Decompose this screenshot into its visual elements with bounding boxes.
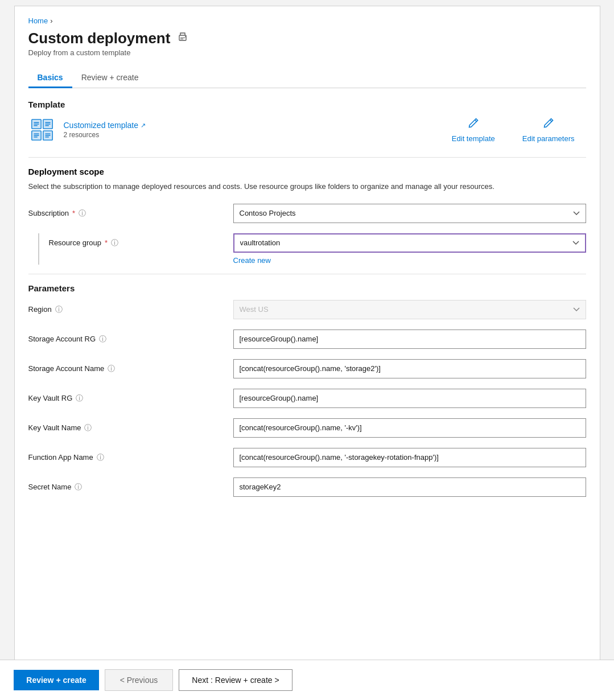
svg-rect-1 (180, 38, 185, 38)
region-row: Region ⓘ West US (28, 300, 586, 319)
create-new-link[interactable]: Create new (233, 256, 586, 265)
region-control: West US (233, 300, 586, 319)
secret-name-row: Secret Name ⓘ (28, 477, 586, 497)
region-info-icon[interactable]: ⓘ (55, 304, 63, 315)
key-vault-rg-control (233, 389, 586, 408)
storage-account-name-info-icon[interactable]: ⓘ (108, 364, 115, 374)
template-section: Customized template ↗ 2 resources Edit t… (28, 116, 586, 143)
storage-account-rg-input[interactable] (233, 330, 586, 349)
subscription-row: Subscription * ⓘ Contoso Projects (28, 204, 586, 223)
storage-account-rg-info-icon[interactable]: ⓘ (99, 334, 106, 344)
svg-point-3 (185, 36, 186, 38)
page-title-text: Custom deployment (28, 30, 171, 47)
subscription-label: Subscription * ⓘ (28, 204, 233, 219)
key-vault-name-info-icon[interactable]: ⓘ (84, 423, 92, 433)
resource-group-select[interactable]: vaultrotation (233, 233, 586, 253)
key-vault-rg-label: Key Vault RG ⓘ (28, 389, 233, 403)
edit-parameters-button[interactable]: Edit parameters (522, 117, 575, 143)
external-link-icon: ↗ (141, 122, 146, 129)
key-vault-name-row: Key Vault Name ⓘ (28, 418, 586, 438)
footer-bar: Review + create < Previous Next : Review… (0, 660, 614, 694)
resource-group-required: * (105, 238, 108, 247)
template-actions: Edit template Edit parameters (452, 117, 586, 143)
key-vault-rg-info-icon[interactable]: ⓘ (76, 393, 83, 403)
resource-group-label: Resource group * ⓘ (49, 233, 233, 248)
storage-account-name-input[interactable] (233, 359, 586, 378)
key-vault-name-input[interactable] (233, 418, 586, 438)
storage-account-name-control (233, 359, 586, 378)
page-subtitle: Deploy from a custom template (28, 48, 586, 57)
region-select[interactable]: West US (233, 300, 586, 319)
template-resources-label: 2 resources (64, 131, 146, 139)
storage-account-rg-label: Storage Account RG ⓘ (28, 330, 233, 344)
main-container: Home › Custom deployment Deploy from a c… (14, 6, 600, 689)
customized-template-link[interactable]: Customized template ↗ (64, 121, 146, 130)
resource-group-row: Resource group * ⓘ vaultrotation Create … (28, 233, 586, 265)
secret-name-control (233, 477, 586, 497)
secret-name-input[interactable] (233, 477, 586, 497)
edit-parameters-icon (542, 117, 555, 132)
resource-group-control: vaultrotation Create new (233, 233, 586, 265)
function-app-name-label: Function App Name ⓘ (28, 448, 233, 463)
edit-template-button[interactable]: Edit template (452, 117, 495, 143)
subscription-required: * (72, 209, 75, 217)
deployment-scope-title: Deployment scope (28, 167, 586, 176)
print-icon[interactable] (177, 31, 188, 46)
review-create-button[interactable]: Review + create (14, 670, 99, 690)
template-info: Customized template ↗ 2 resources (64, 121, 146, 139)
subscription-control: Contoso Projects (233, 204, 586, 223)
function-app-name-row: Function App Name ⓘ (28, 448, 586, 467)
edit-template-icon (467, 117, 480, 132)
tab-review-create[interactable]: Review + create (72, 68, 148, 88)
divider-2 (28, 274, 586, 274)
breadcrumb-home[interactable]: Home (28, 17, 48, 25)
template-icon (28, 116, 56, 143)
storage-account-name-label: Storage Account Name ⓘ (28, 359, 233, 374)
function-app-name-input[interactable] (233, 448, 586, 467)
secret-name-info-icon[interactable]: ⓘ (75, 482, 82, 492)
deployment-scope-desc: Select the subscription to manage deploy… (28, 181, 586, 192)
storage-account-rg-row: Storage Account RG ⓘ (28, 330, 586, 349)
template-section-label: Template (28, 100, 586, 109)
storage-account-rg-control (233, 330, 586, 349)
resource-group-info-icon[interactable]: ⓘ (111, 238, 118, 248)
previous-button: < Previous (105, 669, 173, 691)
subscription-info-icon[interactable]: ⓘ (79, 208, 86, 219)
parameters-section: Parameters Region ⓘ West US Storage Acco… (28, 283, 586, 497)
next-button[interactable]: Next : Review + create > (179, 669, 292, 691)
indent-line (28, 233, 49, 265)
key-vault-rg-row: Key Vault RG ⓘ (28, 389, 586, 408)
tabs-bar: Basics Review + create (28, 68, 586, 88)
breadcrumb: Home › (28, 17, 586, 25)
secret-name-label: Secret Name ⓘ (28, 477, 233, 492)
key-vault-rg-input[interactable] (233, 389, 586, 408)
storage-account-name-row: Storage Account Name ⓘ (28, 359, 586, 378)
parameters-title: Parameters (28, 283, 586, 293)
edit-parameters-label: Edit parameters (522, 134, 575, 143)
region-label: Region ⓘ (28, 300, 233, 315)
divider-1 (28, 157, 586, 158)
function-app-name-info-icon[interactable]: ⓘ (97, 452, 104, 463)
breadcrumb-separator: › (50, 17, 52, 25)
function-app-name-control (233, 448, 586, 467)
template-left: Customized template ↗ 2 resources (28, 116, 146, 143)
key-vault-name-label: Key Vault Name ⓘ (28, 418, 233, 433)
subscription-select[interactable]: Contoso Projects (233, 204, 586, 223)
edit-template-label: Edit template (452, 134, 495, 143)
svg-rect-2 (180, 39, 183, 39)
resource-group-inner: Resource group * ⓘ vaultrotation Create … (49, 233, 586, 265)
tab-basics[interactable]: Basics (28, 68, 72, 88)
page-title-row: Custom deployment (28, 30, 586, 47)
key-vault-name-control (233, 418, 586, 438)
